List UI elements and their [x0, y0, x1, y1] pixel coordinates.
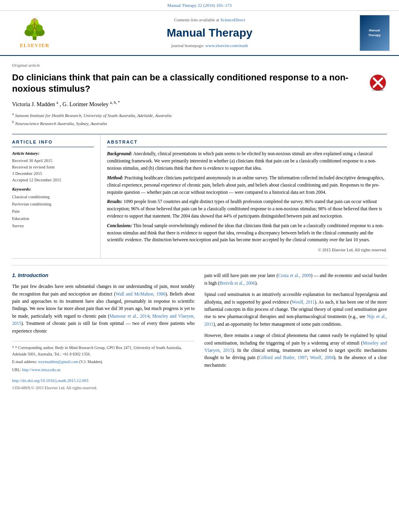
- doi-url[interactable]: http://dx.doi.org/10.1016/j.math.2015.12…: [12, 378, 88, 383]
- corresponding-label: * * Corresponding author.: [12, 345, 54, 350]
- journal-citation: Manual Therapy 22 (2016) 165–173: [0, 0, 399, 11]
- cover-title-line2: Therapy: [368, 33, 380, 38]
- main-col-right: pain will still have pain one year later…: [204, 272, 387, 391]
- keyword-2: Pavlovian conditioning: [12, 201, 94, 208]
- article-title-section: Do clinicians think that pain can be a c…: [12, 72, 387, 95]
- keyword-4: Education: [12, 215, 94, 222]
- affil-a-text: Sansom Institute for Health Research, Un…: [15, 113, 171, 118]
- received-date: Received 30 April 2015: [12, 158, 94, 164]
- cover-title-line1: Manual: [369, 28, 380, 33]
- article-info-column: ARTICLE INFO Article history: Received 3…: [12, 134, 101, 259]
- svg-point-8: [33, 18, 36, 21]
- author1-affil-sup: a: [56, 100, 58, 105]
- abstract-text: Background: Anecdotally, clinical presen…: [107, 150, 387, 253]
- ref-nijs[interactable]: Nijs et al., 2011: [204, 314, 387, 326]
- method-label: Method:: [107, 175, 123, 180]
- ref-moseley-vlaeyen[interactable]: Moseley and Vlaeyen, 2015: [12, 314, 195, 326]
- ref-breivik[interactable]: Breivik et al., 2006: [220, 281, 255, 286]
- footnote-email: E-mail address: torymadden@gmail.com (V.…: [12, 359, 195, 365]
- results-text: 1090 people from 57 countries and eight …: [107, 199, 382, 218]
- footnote-area: * * Corresponding author. Body in Mind R…: [12, 341, 195, 373]
- conclusions-text: This broad sample overwhelmingly endorse…: [107, 223, 384, 242]
- ref-gifford[interactable]: Gifford and Butler, 1997: [259, 355, 307, 360]
- author2-name: G. Lorimer Moseley: [62, 101, 109, 107]
- elsevier-tree-icon: [14, 17, 55, 41]
- email-link[interactable]: torymadden@gmail.com: [38, 359, 78, 364]
- revised-label: Received in revised form: [12, 164, 94, 170]
- section-title-text: Introduction: [18, 272, 48, 278]
- svg-text:CrossMark: CrossMark: [372, 89, 384, 91]
- ref-moseley-vlaeyen2[interactable]: Moseley and Vlaeyen, 2015: [204, 341, 387, 353]
- info-section: ARTICLE INFO Article history: Received 3…: [12, 134, 387, 259]
- main-col-left: 1. Introduction The past few decades hav…: [12, 272, 195, 391]
- background-text: Anecdotally, clinical presentations in w…: [107, 151, 376, 170]
- journal-homepage: journal homepage: www.elsevier.com/math: [67, 43, 352, 49]
- url-label: URL:: [12, 368, 21, 372]
- affil-b-sup: b: [12, 120, 14, 124]
- intro-para4: However, there remains a range of clinic…: [204, 332, 387, 369]
- issn-copyright: 1356-689X/© 2015 Elsevier Ltd. All right…: [12, 385, 195, 391]
- keyword-3: Pain: [12, 208, 94, 215]
- history-label: Article history:: [12, 150, 94, 157]
- section-number: 1.: [12, 272, 16, 278]
- intro-para2: pain will still have pain one year later…: [204, 272, 387, 287]
- footnote-url: URL: http://www.inisa.edu.au: [12, 367, 195, 373]
- affiliation-b: b Neuroscience Research Australia, Sydne…: [12, 119, 387, 127]
- abstract-method: Method: Practising healthcare clinicians…: [107, 175, 387, 196]
- ref-woolf-2011[interactable]: Woolf, 2011: [292, 300, 315, 304]
- url-link[interactable]: http://www.inisa.edu.au: [22, 368, 60, 372]
- ref-costa[interactable]: Costa et al., 2009: [278, 273, 311, 278]
- ref-mansour[interactable]: Mansour et al., 2014: [109, 314, 149, 318]
- abstract-copyright: © 2015 Elsevier Ltd. All rights reserved…: [107, 247, 387, 253]
- affiliation-a: a Sansom Institute for Health Research, …: [12, 111, 387, 119]
- section-divider: [12, 265, 387, 265]
- article-content: Original article Do clinicians think tha…: [0, 56, 399, 398]
- abstract-background: Background: Anecdotally, clinical presen…: [107, 150, 387, 172]
- main-content: 1. Introduction The past few decades hav…: [12, 272, 387, 391]
- keywords-list: Classical conditioning Pavlovian conditi…: [12, 193, 94, 229]
- accepted-date: Accepted 12 December 2015: [12, 177, 94, 183]
- footnote-corresponding: * * Corresponding author. Body in Mind R…: [12, 345, 195, 357]
- method-text: Practising healthcare clinicians partici…: [107, 175, 384, 195]
- email-label: E-mail address:: [12, 359, 37, 364]
- crossmark-badge[interactable]: CrossMark: [369, 74, 387, 92]
- journal-cover-thumbnail: Manual Therapy: [356, 15, 393, 51]
- results-label: Results:: [107, 199, 122, 204]
- conclusions-label: Conclusions:: [107, 223, 132, 228]
- journal-title: Manual Therapy: [67, 25, 352, 41]
- elsevier-logo: ELSEVIER: [14, 17, 55, 49]
- ref-wall-mcmahon[interactable]: Wall and McMahon, 1986: [115, 292, 165, 296]
- intro-heading: 1. Introduction: [12, 272, 195, 279]
- svg-point-6: [35, 25, 43, 31]
- science-direct-link[interactable]: ScienceDirect: [220, 17, 245, 22]
- abstract-heading: ABSTRACT: [107, 139, 387, 148]
- author1-name: Victoria J. Madden: [12, 101, 55, 107]
- revised-date: 3 December 2015: [12, 170, 94, 177]
- elsevier-wordmark: ELSEVIER: [20, 42, 49, 49]
- keyword-1: Classical conditioning: [12, 193, 94, 201]
- keyword-5: Survey: [12, 222, 94, 230]
- journal-header: ELSEVIER Contents lists available at Sci…: [0, 11, 399, 56]
- svg-point-5: [27, 25, 34, 31]
- affiliations: a Sansom Institute for Health Research, …: [12, 111, 387, 127]
- email-suffix: (V.J. Madden).: [79, 359, 103, 364]
- abstract-results: Results: 1090 people from 57 countries a…: [107, 198, 387, 220]
- abstract-conclusions: Conclusions: This broad sample overwhelm…: [107, 222, 387, 244]
- ref-woolf-2004[interactable]: Woolf, 2004: [310, 355, 334, 360]
- keywords-label: Keywords:: [12, 186, 94, 193]
- affil-b-text: Neuroscience Research Australia, Sydney,…: [15, 121, 107, 126]
- doi-link[interactable]: http://dx.doi.org/10.1016/j.math.2015.12…: [12, 378, 195, 384]
- background-label: Background:: [107, 151, 132, 156]
- journal-header-center: Contents lists available at ScienceDirec…: [67, 17, 352, 49]
- article-type-label: Original article: [12, 62, 387, 69]
- authors: Victoria J. Madden a , G. Lorimer Mosele…: [12, 100, 387, 109]
- intro-para3: Spinal cord sensitisation is an intuitiv…: [204, 291, 387, 328]
- science-direct-info: Contents lists available at ScienceDirec…: [67, 17, 352, 23]
- intro-para1: The past few decades have seen substanti…: [12, 283, 195, 335]
- corresponding-author-label: * Corresponding author.: [15, 345, 54, 350]
- journal-cover-image: Manual Therapy: [360, 15, 390, 51]
- journal-homepage-link[interactable]: www.elsevier.com/math: [205, 43, 248, 48]
- affil-a-sup: a: [12, 112, 14, 116]
- elsevier-logo-area: ELSEVIER: [6, 17, 63, 49]
- crossmark-icon: CrossMark: [369, 74, 387, 92]
